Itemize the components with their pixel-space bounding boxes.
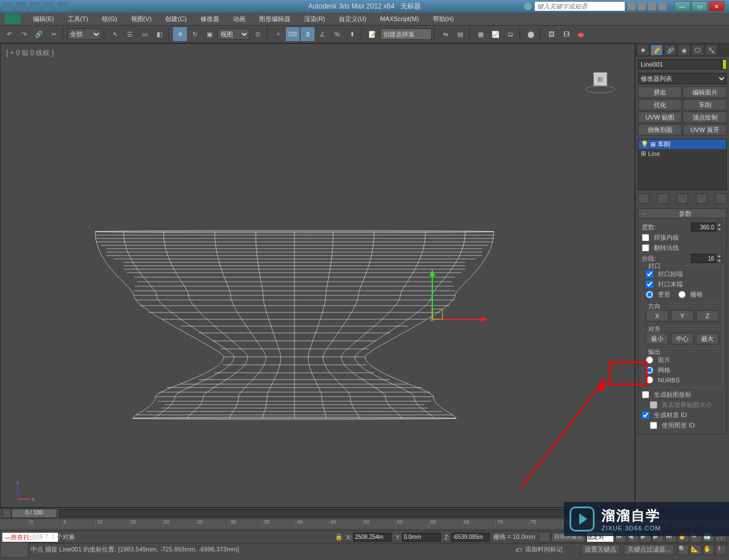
time-prev-icon[interactable] [2,509,11,518]
configure-sets-icon[interactable] [715,193,727,204]
coord-z-input[interactable] [451,533,490,542]
percent-snap-icon[interactable]: % [330,27,344,41]
mod-btn-vertexpaint[interactable]: 顶点绘制 [683,112,727,123]
lock-icon[interactable]: 🔒 [335,533,343,541]
key-filters-button[interactable]: 关键点过滤器... [624,544,674,555]
mod-btn-uvwmap[interactable]: UVW 贴图 [638,112,682,123]
menu-tools[interactable]: 工具(T) [61,13,95,25]
selection-filter[interactable]: 全部 [67,28,101,40]
modifier-list-dropdown[interactable]: 修改器列表 [638,73,727,84]
mod-btn-extrude[interactable]: 挤出 [638,87,682,98]
menu-view[interactable]: 视图(V) [124,13,159,25]
spinner-up-icon[interactable]: ▲ [716,254,723,258]
time-tag-icon[interactable]: 🏷 [515,546,522,553]
object-color-swatch[interactable] [722,59,727,69]
make-unique-icon[interactable] [677,193,688,204]
select-icon[interactable]: ↖ [108,27,122,41]
gen-mat-id-checkbox[interactable] [642,411,649,419]
output-patch-radio[interactable] [646,356,653,364]
schematic-icon[interactable]: 🗂 [503,27,517,41]
coord-x-input[interactable] [353,533,392,542]
render-icon[interactable]: 🫖 [574,27,588,41]
nav-pan2-icon[interactable]: ✋ [703,545,714,555]
pivot-icon[interactable]: ⊙ [251,27,264,41]
align-center-button[interactable]: 中心 [671,333,694,344]
people-icon[interactable] [638,2,646,10]
pin-stack-icon[interactable] [638,193,649,204]
tab-hierarchy[interactable]: 🔗 [664,44,677,56]
star-icon[interactable] [648,2,656,10]
qat-redo-icon[interactable] [57,2,67,11]
help-icon[interactable] [658,2,666,10]
cap-end-checkbox[interactable] [646,281,653,288]
mod-btn-lathe[interactable]: 车削 [683,99,727,110]
lightbulb-icon[interactable]: 💡 ⊞ [641,141,656,148]
mirror-icon[interactable]: ⇋ [439,27,452,41]
mod-btn-editpatch[interactable]: 编辑面片 [683,87,727,98]
menu-render[interactable]: 渲染(R) [297,13,332,25]
render-frame-icon[interactable]: 🎞 [559,27,573,41]
segments-input[interactable] [691,254,716,263]
morph-radio[interactable] [646,291,653,298]
menu-modifier[interactable]: 修改器 [194,13,226,25]
stack-item-lathe[interactable]: 💡 ⊞ 车削 [638,139,726,149]
show-result-icon[interactable] [657,193,669,204]
qat-undo-icon[interactable] [43,2,54,11]
keyboard-shortcut-icon[interactable]: ⌨ [286,27,300,41]
maximize-button[interactable]: ▭ [691,1,707,11]
align-max-button[interactable]: 最大 [696,333,719,344]
axis-z-button[interactable]: Z [696,310,719,322]
curve-editor-icon[interactable]: 📈 [489,27,502,41]
object-name-input[interactable] [638,59,722,69]
named-selection-input[interactable] [380,28,432,40]
use-shape-id-checkbox[interactable] [650,422,657,429]
move-icon[interactable]: ✥ [173,27,187,41]
mod-btn-bevelprofile[interactable]: 倒角剖面 [638,124,682,135]
tab-motion[interactable]: ◉ [678,44,690,56]
weld-core-checkbox[interactable] [642,234,649,241]
nav-fov-icon[interactable]: 📐 [690,545,702,555]
move-gizmo[interactable] [429,270,487,322]
menu-group[interactable]: 组(G) [95,13,124,25]
mod-btn-uvwunwrap[interactable]: UVW 展开 [683,124,727,135]
remove-mod-icon[interactable] [696,193,707,204]
modifier-stack[interactable]: 💡 ⊞ 车削 ⊞ Line [638,139,727,190]
track-bar[interactable]: — 所在行: [0,530,28,558]
select-name-icon[interactable]: ☰ [123,27,137,41]
qat-new-icon[interactable] [2,2,13,11]
tab-modify[interactable]: 🌈 [650,44,663,56]
menu-custom[interactable]: 自定义(U) [332,13,373,25]
menu-maxscript[interactable]: MAXScript(M) [373,14,425,24]
menu-anim[interactable]: 动画 [226,13,252,25]
render-setup-icon[interactable]: 🖼 [544,27,558,41]
mod-btn-optimize[interactable]: 优化 [638,99,682,110]
help-search-input[interactable] [534,1,625,11]
axis-y-button[interactable]: Y [671,310,694,322]
params-rollout-header[interactable]: - 参数 [638,208,727,219]
snap-3d-icon[interactable]: 3 [301,27,314,41]
coord-system[interactable]: 视图 [218,28,249,40]
nav-zoom-extents-icon[interactable]: 🔍 [678,545,689,555]
close-button[interactable]: ✕ [708,1,724,11]
time-slider-thumb[interactable]: 0 / 100 [11,509,57,518]
redo-icon[interactable]: ↷ [17,27,31,41]
qat-open-icon[interactable] [16,2,26,11]
app-logo[interactable] [5,13,21,24]
flip-normals-checkbox[interactable] [642,244,649,252]
spinner-down-icon[interactable]: ▼ [716,227,723,232]
menu-edit[interactable]: 编辑(E) [26,13,61,25]
minimize-button[interactable]: — [674,1,690,11]
output-nurbs-radio[interactable] [646,376,653,384]
edit-named-sel-icon[interactable]: 📝 [366,27,379,41]
link-icon[interactable]: 🔗 [32,27,46,41]
spinner-down-icon[interactable]: ▼ [716,258,723,263]
degrees-input[interactable] [691,223,716,232]
cap-start-checkbox[interactable] [646,270,653,278]
time-config-icon[interactable] [539,532,550,542]
layers-icon[interactable]: ▦ [474,27,488,41]
axis-x-button[interactable]: X [646,310,669,322]
rect-select-icon[interactable]: ▭ [138,27,151,41]
menu-graph[interactable]: 图形编辑器 [252,13,297,25]
set-key-button[interactable]: 设置关键点 [581,544,620,555]
unlink-icon[interactable]: ✂ [47,27,60,41]
